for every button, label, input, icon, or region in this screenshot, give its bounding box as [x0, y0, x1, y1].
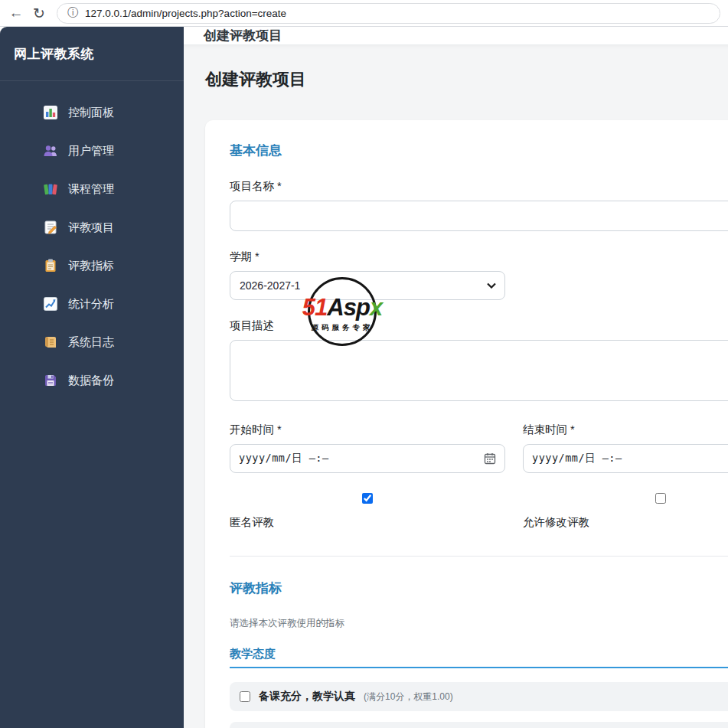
start-time-field: 开始时间 * yyyy/mm/日 —:— [230, 423, 505, 473]
sidebar-item-label: 用户管理 [68, 144, 114, 158]
semester-field: 学期 * 2026-2027-1 [230, 250, 728, 300]
indicator-meta: (满分10分，权重1.00) [364, 690, 453, 704]
browser-toolbar: ← ↻ ⓘ 127.0.0.1/admin/projects.php?actio… [0, 0, 728, 27]
sidebar-item-logs[interactable]: 系统日志 [0, 323, 184, 361]
users-icon [43, 143, 58, 158]
app-title: 网上评教系统 [0, 27, 184, 81]
trend-chart-icon [43, 296, 58, 312]
end-time-input[interactable]: yyyy/mm/日 —:— [523, 444, 728, 473]
semester-label: 学期 * [230, 250, 728, 264]
top-bar-title: 创建评教项目 [204, 27, 282, 44]
memo-pencil-icon [43, 220, 58, 235]
project-name-input[interactable] [230, 201, 728, 231]
indicators-heading: 评教指标 [230, 579, 728, 597]
anonymous-label: 匿名评教 [230, 516, 274, 528]
top-bar: 创建评教项目 [184, 27, 728, 45]
semester-select[interactable]: 2026-2027-1 [230, 271, 505, 300]
calendar-icon[interactable] [484, 452, 496, 465]
back-icon[interactable]: ← [5, 2, 28, 24]
sidebar-item-label: 统计分析 [68, 297, 114, 312]
allow-modify-field: 允许修改评教 [523, 493, 728, 530]
sidebar-item-label: 控制面板 [68, 106, 114, 120]
sidebar-item-dashboard[interactable]: 控制面板 [0, 93, 184, 132]
description-field: 项目描述 [230, 318, 728, 404]
indicator-row[interactable]: 关心学生，耐心解答 (满分10分，权重1.00) [230, 722, 728, 728]
allow-modify-label: 允许修改评教 [523, 516, 589, 528]
sidebar-item-label: 数据备份 [68, 374, 114, 388]
sidebar-item-label: 课程管理 [68, 182, 114, 197]
sidebar-item-indicators[interactable]: 评教指标 [0, 246, 184, 285]
sidebar-nav: 控制面板 用户管理 课程管理 [0, 81, 184, 400]
address-bar[interactable]: ⓘ 127.0.0.1/admin/projects.php?action=cr… [57, 3, 720, 24]
start-time-label: 开始时间 * [230, 423, 505, 437]
sidebar-item-label: 评教项目 [68, 220, 114, 235]
bar-chart-icon [43, 105, 58, 120]
reload-icon[interactable]: ↻ [28, 2, 51, 24]
end-time-field: 结束时间 * yyyy/mm/日 —:— [523, 423, 728, 473]
section-divider [230, 556, 728, 557]
sidebar-item-users[interactable]: 用户管理 [0, 132, 184, 170]
basic-info-heading: 基本信息 [230, 142, 728, 159]
sidebar-item-statistics[interactable]: 统计分析 [0, 285, 184, 323]
indicators-hint: 请选择本次评教使用的指标 [230, 617, 728, 630]
sidebar-item-label: 评教指标 [68, 259, 114, 273]
allow-modify-checkbox[interactable] [655, 493, 666, 504]
indicator-name: 备课充分，教学认真 [259, 690, 355, 704]
project-name-label: 项目名称 * [230, 179, 728, 194]
floppy-disk-icon [43, 373, 58, 388]
sidebar-item-backup[interactable]: 数据备份 [0, 361, 184, 400]
sidebar-item-projects[interactable]: 评教项目 [0, 208, 184, 246]
project-name-field: 项目名称 * [230, 179, 728, 231]
sidebar-item-courses[interactable]: 课程管理 [0, 170, 184, 208]
start-time-placeholder: yyyy/mm/日 —:— [239, 452, 329, 465]
main-area: 创建评教项目 创建评教项目 基本信息 项目名称 * 学期 * 2026-2027… [184, 27, 728, 728]
description-label: 项目描述 [230, 318, 728, 333]
description-textarea[interactable] [230, 340, 728, 401]
content-area: 创建评教项目 基本信息 项目名称 * 学期 * 2026-2027-1 [184, 45, 728, 728]
indicator-category: 教学态度 [230, 647, 728, 668]
sidebar: 网上评教系统 控制面板 用户管理 [0, 27, 184, 728]
create-project-form: 基本信息 项目名称 * 学期 * 2026-2027-1 [205, 120, 728, 728]
end-time-placeholder: yyyy/mm/日 —:— [532, 452, 622, 465]
indicator-row[interactable]: 备课充分，教学认真 (满分10分，权重1.00) [230, 682, 728, 711]
start-time-input[interactable]: yyyy/mm/日 —:— [230, 444, 505, 473]
anonymous-field: 匿名评教 [230, 493, 505, 530]
indicator-checkbox[interactable] [240, 691, 250, 702]
scroll-icon [43, 335, 58, 350]
end-time-label: 结束时间 * [523, 423, 728, 437]
site-info-icon[interactable]: ⓘ [67, 6, 78, 20]
anonymous-checkbox[interactable] [362, 493, 373, 504]
sidebar-item-label: 系统日志 [68, 335, 114, 350]
page-title: 创建评教项目 [205, 68, 728, 91]
clipboard-icon [43, 258, 58, 273]
books-icon [43, 181, 58, 197]
url-text[interactable]: 127.0.0.1/admin/projects.php?action=crea… [85, 8, 286, 19]
